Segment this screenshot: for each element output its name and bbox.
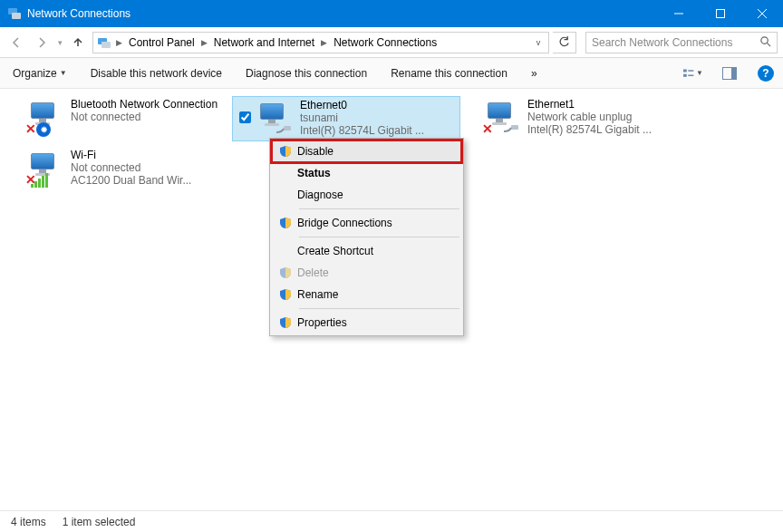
crumb-control-panel[interactable]: Control Panel [125, 33, 198, 53]
chevron-down-icon: ▼ [60, 69, 67, 77]
wifi-icon [31, 173, 48, 188]
item-name: Bluetooth Network Connection [71, 98, 227, 111]
minimize-button[interactable] [658, 0, 700, 27]
cmd-organize-label: Organize [13, 67, 57, 80]
shield-icon [279, 217, 292, 229]
ctx-status[interactable]: Status [272, 162, 461, 184]
ctx-diagnose[interactable]: Diagnose [272, 184, 461, 206]
ctx-properties[interactable]: Properties [272, 312, 461, 334]
svg-rect-4 [102, 42, 111, 48]
status-selected: 1 item selected [63, 516, 136, 528]
adapter-icon [253, 99, 296, 139]
nav-back-button[interactable] [5, 32, 27, 53]
item-device: AC1200 Dual Band Wir... [71, 174, 227, 187]
view-options-button[interactable]: ▼ [683, 63, 703, 83]
chevron-right-icon[interactable]: ▶ [318, 38, 330, 47]
shield-icon [279, 316, 292, 329]
nav-recent-dropdown[interactable]: ▾ [56, 38, 63, 47]
item-status: Not connected [71, 161, 227, 174]
crumb-network-connections[interactable]: Network Connections [330, 33, 440, 53]
ctx-properties-label: Properties [295, 316, 454, 329]
item-ethernet0[interactable]: Ethernet0 tsunami Intel(R) 82574L Gigabi… [232, 96, 460, 141]
command-bar: Organize ▼ Disable this network device D… [0, 58, 783, 89]
svg-rect-7 [683, 73, 687, 76]
svg-rect-10 [284, 126, 291, 131]
ctx-delete-label: Delete [295, 266, 454, 279]
svg-point-5 [760, 36, 767, 43]
item-name: Wi-Fi [71, 149, 227, 161]
item-wifi[interactable]: ✕ Wi-Fi Not connected AC1200 Dual Band W… [4, 147, 232, 192]
adapter-icon: ✕ ⁕ [24, 98, 67, 138]
item-status: Network cable unplug [527, 111, 683, 123]
cmd-more[interactable]: » [527, 65, 541, 82]
network-connections-icon [7, 6, 22, 21]
ctx-shortcut-label: Create Shortcut [295, 245, 454, 257]
breadcrumb-path[interactable]: ▶ Control Panel ▶ Network and Internet ▶… [92, 32, 549, 53]
chevron-down-icon: ▼ [696, 69, 703, 77]
address-dropdown[interactable]: v [530, 38, 546, 47]
network-folder-icon [97, 35, 111, 50]
adapter-icon: ✕ [480, 98, 524, 138]
item-name: Ethernet0 [300, 99, 454, 111]
cable-icon [276, 125, 293, 134]
window-title: Network Connections [27, 7, 130, 20]
window-titlebar: Network Connections [0, 0, 783, 27]
close-button[interactable] [741, 0, 783, 27]
svg-rect-11 [511, 125, 518, 130]
ctx-bridge[interactable]: Bridge Connections [272, 212, 461, 234]
ctx-rename-label: Rename [295, 288, 454, 301]
shield-icon [279, 266, 292, 279]
help-button[interactable]: ? [758, 65, 774, 82]
cmd-more-label: » [531, 67, 537, 80]
cmd-rename-label: Rename this connection [391, 67, 508, 80]
adapter-icon: ✕ [24, 149, 67, 189]
search-icon[interactable] [753, 35, 777, 50]
ctx-rename[interactable]: Rename [272, 284, 461, 305]
ctx-separator [299, 237, 459, 237]
maximize-button[interactable] [700, 0, 741, 27]
cmd-rename[interactable]: Rename this connection [387, 65, 511, 82]
cable-icon [504, 124, 520, 133]
item-checkbox[interactable] [239, 111, 251, 123]
ctx-separator [299, 308, 459, 309]
cmd-disable-device-label: Disable this network device [91, 67, 222, 80]
item-status: tsunami [300, 111, 454, 124]
svg-rect-2 [717, 10, 725, 18]
cmd-organize[interactable]: Organize ▼ [9, 65, 71, 82]
ctx-separator [299, 208, 459, 209]
crumb-network-internet[interactable]: Network and Internet [210, 33, 318, 53]
nav-up-button[interactable] [67, 32, 89, 53]
item-name: Ethernet1 [527, 98, 683, 111]
ctx-disable-label: Disable [295, 145, 454, 158]
nav-forward-button[interactable] [31, 32, 53, 53]
svg-rect-9 [731, 68, 736, 79]
item-device: Intel(R) 82574L Gigabit ... [527, 123, 683, 136]
cmd-disable-device[interactable]: Disable this network device [87, 65, 226, 82]
ctx-delete: Delete [272, 262, 461, 284]
cmd-diagnose[interactable]: Diagnose this connection [242, 65, 371, 82]
item-status: Not connected [71, 111, 227, 123]
ctx-diagnose-label: Diagnose [295, 189, 454, 201]
svg-rect-1 [12, 13, 21, 19]
ctx-disable[interactable]: Disable [272, 140, 461, 162]
bluetooth-icon: ⁕ [36, 122, 51, 137]
ctx-shortcut[interactable]: Create Shortcut [272, 240, 461, 262]
status-bar: 4 items 1 item selected [0, 510, 783, 532]
item-device: Intel(R) 82574L Gigabit ... [300, 124, 454, 137]
cmd-diagnose-label: Diagnose this connection [246, 67, 367, 80]
shield-icon [279, 288, 292, 301]
status-count: 4 items [11, 516, 46, 528]
search-box[interactable] [585, 32, 778, 53]
chevron-right-icon[interactable]: ▶ [113, 38, 125, 47]
preview-pane-button[interactable] [720, 63, 740, 83]
search-input[interactable] [586, 36, 753, 49]
item-ethernet1[interactable]: ✕ Ethernet1 Network cable unplug Intel(R… [460, 96, 689, 141]
error-icon: ✕ [482, 122, 495, 135]
content-pane[interactable]: ✕ ⁕ Bluetooth Network Connection Not con… [0, 89, 783, 510]
chevron-right-icon[interactable]: ▶ [198, 38, 210, 47]
refresh-button[interactable] [553, 32, 576, 53]
svg-rect-6 [683, 69, 687, 72]
context-menu: Disable Status Diagnose Bridge Connectio… [269, 138, 464, 336]
item-bluetooth[interactable]: ✕ ⁕ Bluetooth Network Connection Not con… [4, 96, 232, 141]
shield-icon [279, 145, 292, 158]
